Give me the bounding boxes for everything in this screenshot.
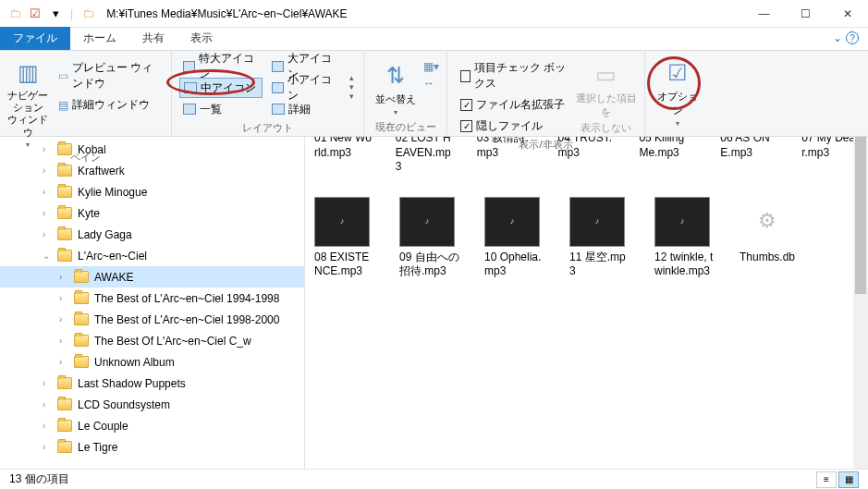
tree-item[interactable]: ›Unknown Album <box>0 351 304 373</box>
file-item[interactable]: 04 TRUST.mp3 <box>558 137 616 175</box>
file-item[interactable]: 02 LOST HEAVEN.mp3 <box>396 137 453 175</box>
ribbon-group-sort: ⇅ 並べ替え ▾ ▦▾ ↔ 現在のビュー <box>364 51 447 136</box>
expand-icon[interactable]: › <box>43 378 52 388</box>
tree-item[interactable]: ›LCD Soundsystem <box>0 394 304 415</box>
hide-selected-button[interactable]: ▭ 選択した項目を 表示しない <box>576 55 637 136</box>
vertical-scrollbar[interactable] <box>853 137 868 469</box>
status-bar: 13 個の項目 ≡ ▦ <box>0 469 868 489</box>
qat-item-1[interactable]: ☑ <box>26 5 44 23</box>
album-art-thumbnail: ♪ <box>654 197 710 247</box>
tree-item-label: Kylie Minogue <box>78 186 147 199</box>
tree-item[interactable]: ›Le Tigre <box>0 436 304 458</box>
icons-view-button[interactable]: ▦ <box>838 471 859 488</box>
expand-icon[interactable]: › <box>43 229 52 239</box>
expand-icon[interactable]: › <box>43 208 52 218</box>
file-name: 12 twinkle, twinkle.mp3 <box>654 251 713 278</box>
expand-icon[interactable]: › <box>43 399 52 410</box>
file-item[interactable]: ⚙Thumbs.db <box>740 197 801 279</box>
help-button[interactable]: ⌄ ? <box>833 31 859 44</box>
expand-icon[interactable]: › <box>43 442 52 452</box>
sort-group-label: 現在のビュー <box>372 118 439 136</box>
expand-icon[interactable]: › <box>43 165 52 176</box>
tree-item[interactable]: ›AWAKE <box>0 266 304 287</box>
sort-icon: ⇅ <box>381 61 410 91</box>
tree-item[interactable]: ›Last Shadow Puppets <box>0 373 304 394</box>
item-checkboxes-toggle[interactable]: 項目チェック ボックス <box>455 58 572 93</box>
file-item[interactable]: 01 New World.mp3 <box>314 137 372 175</box>
hide-selected-label-1: 選択した項目を <box>576 92 637 119</box>
file-ext-label: ファイル名拡張子 <box>476 97 565 113</box>
window-title: M:¥iTunes Media¥Music¥L'Arc~en~Ciel¥AWAK… <box>103 7 743 20</box>
tree-item-label: The Best of L'Arc~en~Ciel 1998-2000 <box>94 313 279 326</box>
tab-home[interactable]: ホーム <box>70 27 129 50</box>
size-columns-icon[interactable]: ↔ <box>423 77 439 90</box>
tree-item-label: The Best of L'Arc~en~Ciel 1994-1998 <box>94 292 279 305</box>
checkbox-icon: ✓ <box>460 99 472 111</box>
layout-xl[interactable]: 特大アイコン <box>179 56 263 77</box>
options-label: オプション <box>653 90 703 117</box>
folder-icon <box>57 143 72 155</box>
folder-icon <box>74 271 89 283</box>
folder-icon <box>57 398 72 410</box>
minimize-button[interactable]: ― <box>743 0 785 28</box>
file-list[interactable]: 01 New World.mp302 LOST HEAVEN.mp303 叙情詩… <box>305 137 868 469</box>
expand-icon[interactable]: › <box>43 421 52 431</box>
tree-item-label: LCD Soundsystem <box>78 398 170 411</box>
maximize-button[interactable]: ☐ <box>785 0 826 28</box>
tab-share[interactable]: 共有 <box>129 27 177 50</box>
qat-dropdown-icon[interactable]: ▾ <box>46 5 65 23</box>
details-view-button[interactable]: ≡ <box>816 471 837 488</box>
layout-m[interactable]: 中アイコン <box>179 78 263 98</box>
file-ext-toggle[interactable]: ✓ファイル名拡張子 <box>455 95 572 115</box>
nav-pane-button[interactable]: ▥ ナビゲーション ウィンドウ ▾ <box>7 55 49 149</box>
expand-icon[interactable]: › <box>59 357 68 367</box>
file-name: 06 AS ONE.mp3 <box>720 137 769 159</box>
tree-item[interactable]: ›The Best Of L'Arc~en~Ciel C_w <box>0 330 304 351</box>
expand-icon[interactable]: › <box>59 314 68 324</box>
hidden-files-toggle[interactable]: ✓隠しファイル <box>455 116 572 136</box>
close-button[interactable]: ✕ <box>826 0 868 28</box>
file-item[interactable]: ♪11 星空.mp3 <box>569 197 630 279</box>
tree-item[interactable]: ›Kyte <box>0 202 304 224</box>
tree-item[interactable]: ›Kylie Minogue <box>0 181 304 202</box>
file-item[interactable]: ♪08 EXISTENCE.mp3 <box>314 197 375 279</box>
tree-item[interactable]: ›The Best of L'Arc~en~Ciel 1994-1998 <box>0 287 304 309</box>
expand-icon[interactable]: › <box>43 187 52 197</box>
title-bar: 🗀 ☑ ▾ | 🗀 M:¥iTunes Media¥Music¥L'Arc~en… <box>0 0 868 28</box>
dropdown-icon: ▾ <box>394 108 397 116</box>
scrollbar-thumb[interactable] <box>855 137 866 294</box>
expand-icon[interactable]: › <box>59 336 68 346</box>
sort-button[interactable]: ⇅ 並べ替え ▾ <box>372 55 420 118</box>
options-button[interactable]: ☑ オプション ▾ <box>653 55 703 128</box>
file-item[interactable]: ♪09 自由への招待.mp3 <box>399 197 460 279</box>
tab-file[interactable]: ファイル <box>0 27 70 50</box>
expand-icon[interactable]: › <box>59 293 68 303</box>
layout-s[interactable]: 小アイコン <box>268 78 342 98</box>
tree-item[interactable]: ›Le Couple <box>0 415 304 436</box>
folder-icon: 🗀 <box>6 5 24 23</box>
file-item[interactable]: 05 Killing Me.mp3 <box>639 137 696 175</box>
preview-pane-button[interactable]: ▭プレビュー ウィンドウ <box>53 58 164 93</box>
tab-view[interactable]: 表示 <box>177 27 226 50</box>
layout-detail[interactable]: 詳細 <box>268 99 342 119</box>
columns-icon[interactable]: ▦▾ <box>423 60 439 73</box>
tree-item[interactable]: ›Lady Gaga <box>0 224 304 245</box>
folder-icon <box>74 356 89 368</box>
expand-icon[interactable]: ⌄ <box>43 251 52 261</box>
tree-item[interactable]: ⌄L'Arc~en~Ciel <box>0 245 304 266</box>
file-item[interactable]: 07 My Dear.mp3 <box>801 137 859 175</box>
layout-list[interactable]: 一覧 <box>179 99 263 119</box>
tree-item[interactable]: ›The Best of L'Arc~en~Ciel 1998-2000 <box>0 309 304 330</box>
file-item[interactable]: ♪12 twinkle, twinkle.mp3 <box>654 197 715 279</box>
expand-icon[interactable]: › <box>59 272 68 282</box>
layout-detail-label: 詳細 <box>288 102 311 117</box>
nav-pane-label: ナビゲーション ウィンドウ <box>7 90 49 139</box>
navigation-tree[interactable]: ›Kobal›Kraftwerk›Kylie Minogue›Kyte›Lady… <box>0 137 305 469</box>
dropdown-icon: ▾ <box>26 141 30 149</box>
details-pane-button[interactable]: ▤詳細ウィンドウ <box>53 95 164 115</box>
file-item[interactable]: 03 叙情詩.mp3 <box>477 137 534 175</box>
ribbon-group-layout: 特大アイコン 大アイコン 中アイコン 小アイコン 一覧 詳細 ▴▾▾ レイアウト <box>172 51 364 136</box>
layout-spinners[interactable]: ▴▾▾ <box>346 55 354 119</box>
file-item[interactable]: 06 AS ONE.mp3 <box>720 137 777 175</box>
file-item[interactable]: ♪10 Ophelia.mp3 <box>484 197 545 279</box>
